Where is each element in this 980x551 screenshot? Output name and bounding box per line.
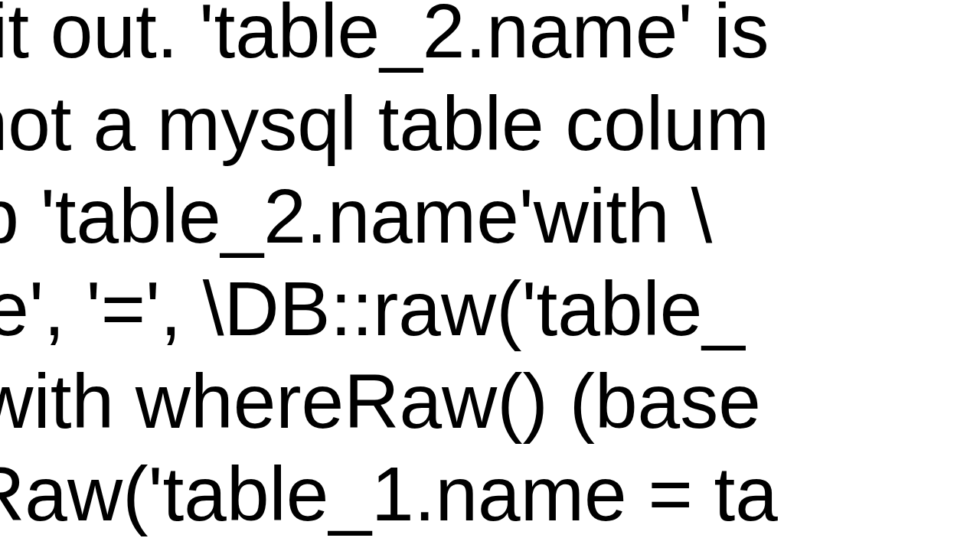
code-answer-text: ured it out. 'table_2.name' is and not a… [0, 0, 778, 540]
